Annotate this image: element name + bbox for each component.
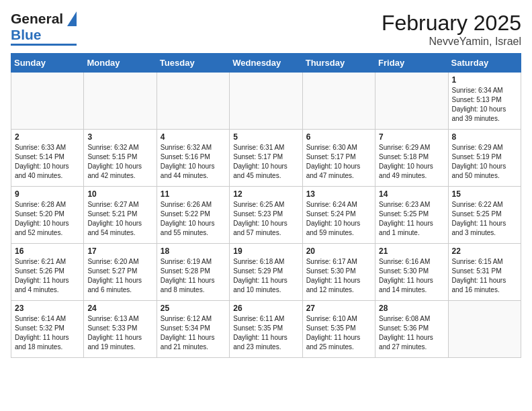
week-row-4: 23Sunrise: 6:14 AM Sunset: 5:32 PM Dayli… bbox=[11, 301, 521, 358]
day-number: 25 bbox=[161, 304, 226, 313]
day-number: 1 bbox=[452, 75, 517, 85]
day-info: Sunrise: 6:16 AM Sunset: 5:30 PM Dayligh… bbox=[379, 257, 444, 295]
day-info: Sunrise: 6:11 AM Sunset: 5:35 PM Dayligh… bbox=[233, 314, 298, 352]
weekday-header-tuesday: Tuesday bbox=[157, 54, 229, 73]
calendar-cell: 20Sunrise: 6:17 AM Sunset: 5:30 PM Dayli… bbox=[302, 244, 375, 301]
day-info: Sunrise: 6:22 AM Sunset: 5:25 PM Dayligh… bbox=[452, 200, 517, 238]
day-info: Sunrise: 6:21 AM Sunset: 5:26 PM Dayligh… bbox=[15, 257, 80, 295]
day-number: 28 bbox=[379, 304, 444, 313]
day-number: 7 bbox=[379, 132, 444, 142]
calendar-cell: 26Sunrise: 6:11 AM Sunset: 5:35 PM Dayli… bbox=[230, 301, 302, 358]
day-number: 4 bbox=[161, 132, 226, 142]
week-row-2: 9Sunrise: 6:28 AM Sunset: 5:20 PM Daylig… bbox=[11, 187, 521, 244]
week-row-3: 16Sunrise: 6:21 AM Sunset: 5:26 PM Dayli… bbox=[11, 244, 521, 301]
day-number: 8 bbox=[452, 132, 517, 142]
logo-blue: Blue bbox=[11, 27, 42, 43]
calendar-cell bbox=[11, 73, 84, 130]
calendar-cell: 19Sunrise: 6:18 AM Sunset: 5:29 PM Dayli… bbox=[230, 244, 302, 301]
day-number: 15 bbox=[452, 189, 517, 199]
day-number: 14 bbox=[379, 189, 444, 199]
calendar-cell bbox=[448, 301, 521, 358]
calendar-table: SundayMondayTuesdayWednesdayThursdayFrid… bbox=[11, 53, 521, 358]
day-number: 23 bbox=[15, 304, 80, 313]
weekday-header-sunday: Sunday bbox=[11, 54, 84, 73]
day-number: 9 bbox=[15, 189, 80, 199]
calendar-cell: 8Sunrise: 6:29 AM Sunset: 5:19 PM Daylig… bbox=[448, 130, 521, 187]
calendar-cell bbox=[302, 73, 375, 130]
calendar-cell: 23Sunrise: 6:14 AM Sunset: 5:32 PM Dayli… bbox=[11, 301, 84, 358]
day-number: 5 bbox=[233, 132, 298, 142]
calendar-cell bbox=[375, 73, 448, 130]
day-info: Sunrise: 6:25 AM Sunset: 5:23 PM Dayligh… bbox=[233, 200, 298, 238]
day-info: Sunrise: 6:18 AM Sunset: 5:29 PM Dayligh… bbox=[233, 257, 298, 295]
svg-marker-0 bbox=[67, 11, 77, 26]
calendar-cell: 11Sunrise: 6:26 AM Sunset: 5:22 PM Dayli… bbox=[157, 187, 229, 244]
day-number: 3 bbox=[87, 132, 152, 142]
day-info: Sunrise: 6:17 AM Sunset: 5:30 PM Dayligh… bbox=[306, 257, 371, 295]
day-info: Sunrise: 6:24 AM Sunset: 5:24 PM Dayligh… bbox=[306, 200, 371, 238]
day-info: Sunrise: 6:29 AM Sunset: 5:19 PM Dayligh… bbox=[452, 143, 517, 181]
day-number: 24 bbox=[87, 304, 152, 313]
calendar-cell: 9Sunrise: 6:28 AM Sunset: 5:20 PM Daylig… bbox=[11, 187, 84, 244]
weekday-header-thursday: Thursday bbox=[302, 54, 375, 73]
calendar-cell: 22Sunrise: 6:15 AM Sunset: 5:31 PM Dayli… bbox=[448, 244, 521, 301]
logo-icon bbox=[64, 11, 77, 26]
day-number: 6 bbox=[306, 132, 371, 142]
day-info: Sunrise: 6:33 AM Sunset: 5:14 PM Dayligh… bbox=[15, 143, 80, 181]
page-header: General Blue February 2025 NevveYamin, I… bbox=[11, 11, 521, 48]
day-info: Sunrise: 6:08 AM Sunset: 5:36 PM Dayligh… bbox=[379, 314, 444, 352]
day-info: Sunrise: 6:23 AM Sunset: 5:25 PM Dayligh… bbox=[379, 200, 444, 238]
calendar-cell: 13Sunrise: 6:24 AM Sunset: 5:24 PM Dayli… bbox=[302, 187, 375, 244]
day-number: 13 bbox=[306, 189, 371, 199]
calendar-cell: 3Sunrise: 6:32 AM Sunset: 5:15 PM Daylig… bbox=[84, 130, 157, 187]
day-info: Sunrise: 6:30 AM Sunset: 5:17 PM Dayligh… bbox=[306, 143, 371, 181]
day-number: 27 bbox=[306, 304, 371, 313]
day-info: Sunrise: 6:20 AM Sunset: 5:27 PM Dayligh… bbox=[87, 257, 152, 295]
day-info: Sunrise: 6:31 AM Sunset: 5:17 PM Dayligh… bbox=[233, 143, 298, 181]
day-number: 10 bbox=[87, 189, 152, 199]
logo-underline bbox=[11, 44, 77, 46]
day-info: Sunrise: 6:32 AM Sunset: 5:16 PM Dayligh… bbox=[161, 143, 226, 181]
day-number: 18 bbox=[161, 246, 226, 256]
logo: General Blue bbox=[11, 11, 77, 46]
day-info: Sunrise: 6:28 AM Sunset: 5:20 PM Dayligh… bbox=[15, 200, 80, 238]
weekday-header-monday: Monday bbox=[84, 54, 157, 73]
day-number: 20 bbox=[306, 246, 371, 256]
day-info: Sunrise: 6:26 AM Sunset: 5:22 PM Dayligh… bbox=[161, 200, 226, 238]
calendar-cell: 1Sunrise: 6:34 AM Sunset: 5:13 PM Daylig… bbox=[448, 73, 521, 130]
day-number: 12 bbox=[233, 189, 298, 199]
calendar-cell: 14Sunrise: 6:23 AM Sunset: 5:25 PM Dayli… bbox=[375, 187, 448, 244]
title-area: February 2025 NevveYamin, Israel bbox=[382, 11, 521, 48]
weekday-header-row: SundayMondayTuesdayWednesdayThursdayFrid… bbox=[11, 54, 521, 73]
day-number: 26 bbox=[233, 304, 298, 313]
calendar-cell: 27Sunrise: 6:10 AM Sunset: 5:35 PM Dayli… bbox=[302, 301, 375, 358]
calendar-cell: 16Sunrise: 6:21 AM Sunset: 5:26 PM Dayli… bbox=[11, 244, 84, 301]
day-info: Sunrise: 6:27 AM Sunset: 5:21 PM Dayligh… bbox=[87, 200, 152, 238]
day-number: 21 bbox=[379, 246, 444, 256]
calendar-cell: 24Sunrise: 6:13 AM Sunset: 5:33 PM Dayli… bbox=[84, 301, 157, 358]
day-info: Sunrise: 6:19 AM Sunset: 5:28 PM Dayligh… bbox=[161, 257, 226, 295]
day-number: 22 bbox=[452, 246, 517, 256]
day-info: Sunrise: 6:34 AM Sunset: 5:13 PM Dayligh… bbox=[452, 86, 517, 124]
day-info: Sunrise: 6:12 AM Sunset: 5:34 PM Dayligh… bbox=[161, 314, 226, 352]
day-number: 2 bbox=[15, 132, 80, 142]
weekday-header-saturday: Saturday bbox=[448, 54, 521, 73]
calendar-cell: 25Sunrise: 6:12 AM Sunset: 5:34 PM Dayli… bbox=[157, 301, 229, 358]
calendar-cell bbox=[230, 73, 302, 130]
week-row-1: 2Sunrise: 6:33 AM Sunset: 5:14 PM Daylig… bbox=[11, 130, 521, 187]
calendar-cell: 10Sunrise: 6:27 AM Sunset: 5:21 PM Dayli… bbox=[84, 187, 157, 244]
logo-general: General bbox=[11, 11, 63, 27]
day-number: 17 bbox=[87, 246, 152, 256]
day-number: 16 bbox=[15, 246, 80, 256]
day-number: 11 bbox=[161, 189, 226, 199]
calendar-cell: 4Sunrise: 6:32 AM Sunset: 5:16 PM Daylig… bbox=[157, 130, 229, 187]
weekday-header-wednesday: Wednesday bbox=[230, 54, 302, 73]
calendar-cell: 6Sunrise: 6:30 AM Sunset: 5:17 PM Daylig… bbox=[302, 130, 375, 187]
calendar-cell bbox=[84, 73, 157, 130]
weekday-header-friday: Friday bbox=[375, 54, 448, 73]
day-info: Sunrise: 6:32 AM Sunset: 5:15 PM Dayligh… bbox=[87, 143, 152, 181]
calendar-cell: 18Sunrise: 6:19 AM Sunset: 5:28 PM Dayli… bbox=[157, 244, 229, 301]
day-info: Sunrise: 6:29 AM Sunset: 5:18 PM Dayligh… bbox=[379, 143, 444, 181]
day-number: 19 bbox=[233, 246, 298, 256]
calendar-cell: 15Sunrise: 6:22 AM Sunset: 5:25 PM Dayli… bbox=[448, 187, 521, 244]
